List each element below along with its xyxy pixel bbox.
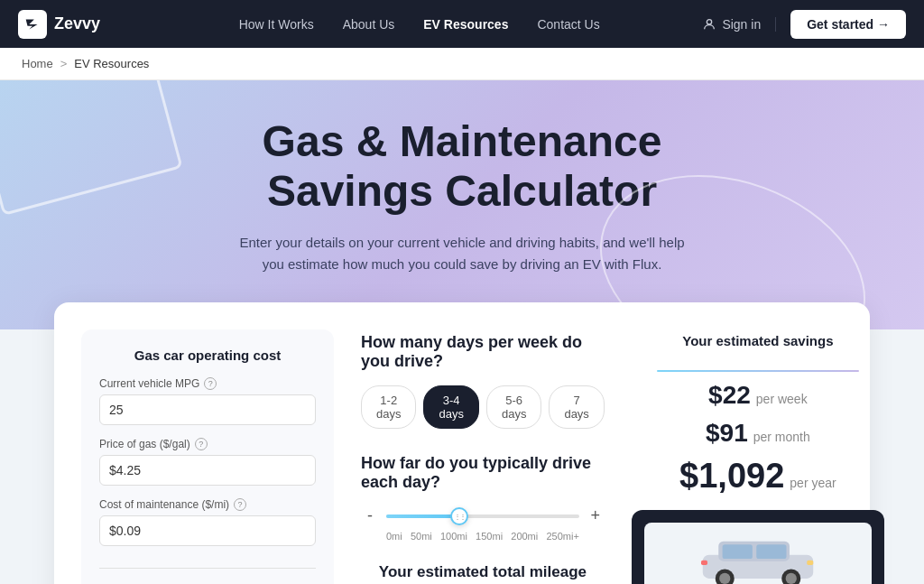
svg-point-1 bbox=[707, 19, 712, 23]
savings-panel: Your estimated savings $22 per week $91 … bbox=[632, 329, 884, 584]
breadcrumb-current: EV Resources bbox=[74, 57, 149, 70]
hero-section: Gas & Maintenance Savings Calculator Ent… bbox=[0, 80, 924, 329]
signin-label: Sign in bbox=[722, 17, 761, 32]
logo[interactable]: Zevvy bbox=[18, 10, 100, 39]
day-options: 1-2 days 3-4 days 5-6 days 7 days bbox=[361, 385, 605, 429]
per-week-row: $22 per week bbox=[632, 381, 884, 410]
per-month-label: per month bbox=[753, 430, 810, 444]
svg-rect-10 bbox=[807, 561, 813, 565]
zevvy-logo-svg bbox=[23, 14, 42, 34]
savings-divider bbox=[657, 370, 859, 372]
logo-icon bbox=[18, 10, 47, 39]
mileage-title: Your estimated total mileage bbox=[361, 563, 605, 581]
svg-rect-5 bbox=[756, 545, 786, 560]
navigation: Zevvy How It Works About Us EV Resources… bbox=[0, 0, 924, 48]
slider-labels: 0mi 50mi 100mi 150mi 200mi 250mi+ bbox=[361, 531, 605, 542]
slider-plus-button[interactable]: + bbox=[587, 506, 605, 525]
car-svg bbox=[695, 527, 821, 584]
svg-rect-4 bbox=[723, 545, 753, 560]
day-btn-7[interactable]: 7 days bbox=[549, 385, 604, 429]
driving-habits-panel: How many days per week do you drive? 1-2… bbox=[361, 329, 605, 584]
mpg-label: Current vehicle MPG ? bbox=[99, 377, 316, 390]
user-icon bbox=[702, 17, 716, 32]
distance-slider-section: How far do you typically drive each day?… bbox=[361, 454, 605, 542]
nav-right: Sign in Get started → bbox=[702, 10, 906, 39]
maintenance-help-icon[interactable]: ? bbox=[234, 498, 246, 511]
mpg-help-icon[interactable]: ? bbox=[204, 377, 217, 390]
gas-cost-panel: Gas car operating cost Current vehicle M… bbox=[81, 329, 334, 584]
slider-thumb[interactable] bbox=[450, 507, 468, 525]
panel-divider bbox=[99, 568, 316, 569]
nav-about-us[interactable]: About Us bbox=[343, 17, 395, 32]
breadcrumb: Home > EV Resources bbox=[0, 48, 924, 80]
gas-help-icon[interactable]: ? bbox=[195, 438, 208, 450]
maintenance-label: Cost of maintenance ($/mi) ? bbox=[99, 498, 316, 511]
nav-how-it-works[interactable]: How It Works bbox=[239, 17, 314, 32]
breadcrumb-home[interactable]: Home bbox=[22, 57, 53, 70]
savings-title: Your estimated savings bbox=[632, 333, 884, 348]
car-image bbox=[644, 523, 872, 584]
slider-fill bbox=[386, 514, 459, 518]
slider-minus-button[interactable]: - bbox=[361, 506, 379, 525]
nav-links: How It Works About Us EV Resources Conta… bbox=[136, 17, 702, 32]
svg-point-9 bbox=[786, 573, 797, 584]
calculator-section: Gas car operating cost Current vehicle M… bbox=[54, 302, 870, 584]
hero-title: Gas & Maintenance Savings Calculator bbox=[18, 116, 906, 216]
get-started-button[interactable]: Get started → bbox=[790, 10, 906, 39]
nav-ev-resources[interactable]: EV Resources bbox=[423, 17, 508, 32]
slider-container: - + bbox=[361, 506, 605, 525]
breadcrumb-separator: > bbox=[60, 57, 68, 70]
gas-input[interactable] bbox=[99, 455, 316, 486]
svg-point-7 bbox=[719, 573, 730, 584]
per-month-row: $91 per month bbox=[632, 419, 884, 448]
signin-button[interactable]: Sign in bbox=[702, 17, 776, 32]
distance-question: How far do you typically drive each day? bbox=[361, 454, 605, 492]
per-year-amount: $1,092 bbox=[679, 457, 784, 496]
mpg-input[interactable] bbox=[99, 394, 316, 425]
svg-marker-0 bbox=[26, 19, 38, 29]
per-year-label: per year bbox=[790, 476, 836, 490]
day-btn-3-4[interactable]: 3-4 days bbox=[423, 385, 478, 429]
hero-subtitle: Enter your details on your current vehic… bbox=[236, 232, 688, 275]
slider-track[interactable] bbox=[386, 514, 579, 518]
logo-text: Zevvy bbox=[54, 14, 100, 33]
per-week-label: per week bbox=[756, 392, 808, 406]
days-question: How many days per week do you drive? bbox=[361, 333, 605, 371]
car-card: Your estimated operating cost: bbox=[632, 510, 884, 584]
nav-contact-us[interactable]: Contact Us bbox=[537, 17, 599, 32]
mileage-section: Your estimated total mileage Based on yo… bbox=[361, 563, 605, 584]
per-month-amount: $91 bbox=[706, 419, 748, 448]
gas-panel-title: Gas car operating cost bbox=[99, 348, 316, 363]
maintenance-input[interactable] bbox=[99, 515, 316, 546]
day-btn-1-2[interactable]: 1-2 days bbox=[361, 385, 416, 429]
day-btn-5-6[interactable]: 5-6 days bbox=[486, 385, 541, 429]
svg-rect-11 bbox=[701, 561, 707, 565]
per-week-amount: $22 bbox=[708, 381, 751, 410]
per-year-row: $1,092 per year bbox=[632, 457, 884, 496]
gas-label: Price of gas ($/gal) ? bbox=[99, 438, 316, 450]
